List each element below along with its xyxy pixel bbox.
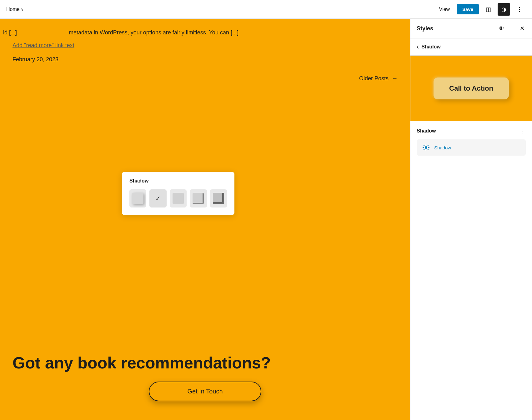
shadow-options: ✓ bbox=[129, 189, 227, 208]
view-button[interactable]: View bbox=[435, 4, 454, 15]
more-icon: ⋮ bbox=[517, 6, 522, 13]
home-label: Home bbox=[6, 7, 20, 12]
sidebar-title: Styles bbox=[417, 25, 433, 32]
date-text: February 20, 2023 bbox=[13, 56, 410, 63]
shadow-option-hard1[interactable] bbox=[190, 189, 207, 208]
shadow-item[interactable]: Shadow bbox=[417, 139, 526, 156]
topbar: Home ∨ View Save ◫ ◑ ⋮ bbox=[0, 0, 532, 19]
shadow-picker-popup: Shadow ✓ bbox=[122, 172, 234, 215]
svg-line-6 bbox=[428, 149, 428, 150]
svg-line-8 bbox=[424, 149, 424, 150]
shadow-section-title: Shadow bbox=[417, 128, 436, 134]
sidebar: Styles 👁 ⋮ ✕ ‹ Shadow Call to Action bbox=[410, 19, 532, 420]
topbar-left: Home ∨ bbox=[6, 7, 24, 12]
eye-icon-button[interactable]: 👁 bbox=[497, 24, 505, 33]
shadow-option-soft[interactable] bbox=[129, 189, 146, 208]
home-button[interactable]: Home ∨ bbox=[6, 7, 24, 12]
shadow-back-label: Shadow bbox=[421, 44, 440, 50]
older-posts-label: Older Posts bbox=[359, 75, 389, 82]
contrast-icon: ◑ bbox=[501, 6, 506, 13]
call-to-action-preview[interactable]: Call to Action bbox=[434, 78, 509, 99]
sidebar-more-button[interactable]: ⋮ bbox=[508, 24, 516, 33]
shadow-picker-title: Shadow bbox=[129, 178, 227, 184]
layout-icon-button[interactable]: ◫ bbox=[482, 3, 494, 16]
save-button[interactable]: Save bbox=[457, 4, 479, 14]
sidebar-header-icons: 👁 ⋮ ✕ bbox=[497, 24, 526, 33]
contrast-icon-button[interactable]: ◑ bbox=[498, 3, 510, 16]
shadow-option-hard2[interactable] bbox=[210, 189, 227, 208]
older-posts-arrow: → bbox=[392, 75, 398, 82]
svg-point-0 bbox=[425, 146, 427, 149]
sidebar-back-nav[interactable]: ‹ Shadow bbox=[410, 38, 532, 56]
sidebar-more-icon: ⋮ bbox=[509, 25, 515, 32]
cta-heading: Got any book recommendations? bbox=[13, 353, 398, 372]
shadow-section-header: Shadow ⋮ bbox=[417, 128, 526, 134]
older-posts-link[interactable]: Older Posts → bbox=[0, 63, 410, 82]
check-icon: ✓ bbox=[155, 195, 161, 202]
chevron-down-icon: ∨ bbox=[21, 7, 24, 12]
canvas: ld [...] metadata in WordPress, your opt… bbox=[0, 19, 410, 420]
sidebar-close-button[interactable]: ✕ bbox=[519, 24, 526, 33]
main-layout: ld [...] metadata in WordPress, your opt… bbox=[0, 19, 532, 420]
shadow-section-more-icon: ⋮ bbox=[520, 128, 526, 134]
shadow-opt-soft-inner bbox=[132, 193, 143, 204]
eye-icon: 👁 bbox=[499, 25, 504, 32]
shadow-option-flat[interactable] bbox=[170, 189, 187, 208]
shadow-section: Shadow ⋮ bbox=[410, 121, 532, 162]
shadow-option-check[interactable]: ✓ bbox=[149, 189, 166, 208]
shadow-opt-hard2-inner bbox=[213, 193, 224, 204]
main-text: metadata in WordPress, your options are … bbox=[69, 29, 238, 36]
more-options-button[interactable]: ⋮ bbox=[513, 3, 526, 16]
shadow-opt-hard1-inner bbox=[193, 193, 204, 204]
shadow-section-more-button[interactable]: ⋮ bbox=[520, 128, 526, 134]
topbar-right: View Save ◫ ◑ ⋮ bbox=[435, 3, 526, 16]
preview-area: Call to Action bbox=[410, 56, 532, 121]
svg-line-5 bbox=[424, 145, 424, 146]
close-icon: ✕ bbox=[520, 25, 524, 32]
shadow-sun-icon bbox=[422, 143, 430, 152]
get-in-touch-button[interactable]: Get In Touch bbox=[149, 382, 261, 401]
svg-line-7 bbox=[428, 145, 428, 146]
cta-section: Got any book recommendations? Get In Tou… bbox=[0, 353, 410, 401]
layout-icon: ◫ bbox=[486, 6, 491, 13]
read-more-link[interactable]: Add "read more" link text bbox=[13, 42, 74, 49]
left-truncated: ld [...] bbox=[0, 28, 17, 37]
sidebar-header: Styles 👁 ⋮ ✕ bbox=[410, 19, 532, 38]
canvas-text-top: ld [...] metadata in WordPress, your opt… bbox=[0, 19, 410, 37]
shadow-opt-flat-inner bbox=[173, 193, 184, 204]
shadow-item-label: Shadow bbox=[434, 145, 451, 150]
back-arrow-icon: ‹ bbox=[417, 43, 419, 51]
